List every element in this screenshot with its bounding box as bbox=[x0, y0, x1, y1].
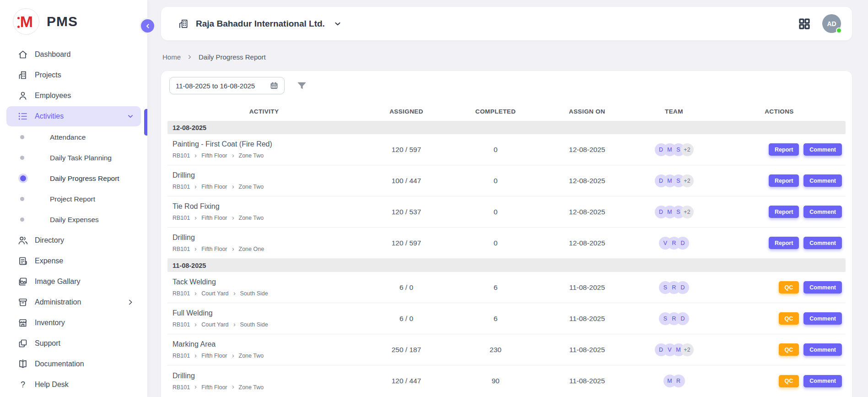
team-overflow-badge: +2 bbox=[681, 206, 694, 218]
chevron-right-icon bbox=[194, 185, 198, 189]
active-route-indicator bbox=[144, 109, 147, 136]
location-segment: RB101 bbox=[173, 152, 190, 159]
date-range-value: 11-08-2025 to 16-08-2025 bbox=[176, 82, 255, 90]
sidebar-item-label: Expense bbox=[35, 257, 63, 265]
comment-button[interactable]: Comment bbox=[803, 281, 842, 294]
sidebar-item-dashboard[interactable]: Dashboard bbox=[6, 44, 141, 65]
sidebar-item-inventory[interactable]: Inventory bbox=[6, 313, 141, 333]
actions-cell: ReportComment bbox=[713, 237, 846, 249]
completed-value: 230 bbox=[452, 346, 539, 354]
location-segment: Court Yard bbox=[201, 321, 228, 328]
receipt-icon bbox=[17, 256, 28, 266]
sidebar: M PMS DashboardProjectsEmployeesActiviti… bbox=[0, 0, 147, 397]
location-segment: RB101 bbox=[173, 321, 190, 328]
sidebar-subitem-attendance[interactable]: Attendance bbox=[0, 127, 147, 147]
qc-button[interactable]: QC bbox=[779, 375, 799, 387]
actions-cell: QCComment bbox=[713, 312, 846, 325]
sidebar-item-activities[interactable]: Activities bbox=[6, 106, 141, 126]
location-segment: Court Yard bbox=[201, 290, 228, 297]
assign-on-value: 12-08-2025 bbox=[539, 146, 635, 154]
sidebar-item-label: Documentation bbox=[35, 360, 84, 368]
report-button[interactable]: Report bbox=[769, 174, 799, 187]
comment-button[interactable]: Comment bbox=[803, 206, 842, 218]
table-header-row: ACTIVITY ASSIGNED COMPLETED ASSIGN ON TE… bbox=[167, 102, 846, 121]
comment-button[interactable]: Comment bbox=[803, 375, 842, 387]
sidebar-item-projects[interactable]: Projects bbox=[6, 65, 141, 85]
sidebar-item-label: Support bbox=[35, 339, 60, 348]
sidebar-subitem-project-report[interactable]: Project Report bbox=[0, 189, 147, 209]
sidebar-item-support[interactable]: Support bbox=[6, 333, 141, 353]
qc-button[interactable]: QC bbox=[779, 343, 799, 356]
sidebar-item-label: Image Gallary bbox=[35, 277, 81, 286]
filter-funnel-icon[interactable] bbox=[297, 81, 307, 91]
sidebar-item-employees[interactable]: Employees bbox=[6, 86, 141, 106]
report-card: 11-08-2025 to 16-08-2025 ACTIVITY ASSIGN… bbox=[161, 71, 852, 397]
comment-button[interactable]: Comment bbox=[803, 174, 842, 187]
table-row: Marking Area RB101Fifth FloorZone Two 25… bbox=[167, 334, 846, 365]
location-segment: RB101 bbox=[173, 384, 190, 391]
location-segment: Fifth Floor bbox=[201, 184, 227, 190]
comment-button[interactable]: Comment bbox=[803, 237, 842, 249]
activity-title: Drilling bbox=[173, 372, 361, 380]
apps-grid-icon[interactable] bbox=[798, 17, 811, 31]
chevron-left-icon bbox=[144, 22, 151, 30]
report-button[interactable]: Report bbox=[769, 237, 799, 249]
sidebar-item-directory[interactable]: Directory bbox=[6, 230, 141, 250]
column-header-activity: ACTIVITY bbox=[167, 108, 361, 115]
sidebar-item-administration[interactable]: Administration bbox=[6, 292, 141, 312]
sidebar-subitem-daily-expenses[interactable]: Daily Expenses bbox=[0, 209, 147, 230]
report-button[interactable]: Report bbox=[769, 206, 799, 218]
chevron-right-icon bbox=[231, 354, 235, 358]
date-range-input[interactable]: 11-08-2025 to 16-08-2025 bbox=[169, 77, 285, 94]
sidebar-item-expense[interactable]: Expense bbox=[6, 251, 141, 271]
people-icon bbox=[17, 235, 28, 246]
chevron-right-icon bbox=[231, 247, 235, 251]
sidebar-submenu: AttendanceDaily Task PlanningDaily Progr… bbox=[0, 127, 147, 230]
sidebar-subitem-daily-task-planning[interactable]: Daily Task Planning bbox=[0, 147, 147, 168]
chevron-right-icon bbox=[232, 292, 237, 296]
team-cell: DMS+2 bbox=[635, 206, 713, 218]
team-cell: SRD bbox=[635, 281, 713, 294]
chevron-right-icon bbox=[231, 185, 235, 189]
qc-button[interactable]: QC bbox=[779, 312, 799, 325]
date-group-header: 11-08-2025 bbox=[167, 259, 846, 272]
location-segment: Fifth Floor bbox=[201, 246, 227, 252]
sidebar-subitem-label: Daily Progress Report bbox=[50, 174, 119, 183]
activity-cell: Tie Rod Fixing RB101Fifth FloorZone Two bbox=[167, 202, 361, 221]
copy-icon bbox=[17, 338, 28, 349]
team-member-avatar: D bbox=[676, 281, 689, 294]
comment-button[interactable]: Comment bbox=[803, 312, 842, 325]
comment-button[interactable]: Comment bbox=[803, 143, 842, 156]
sidebar-item-help-desk[interactable]: ?Help Desk bbox=[6, 375, 141, 395]
sidebar-item-image-gallary[interactable]: Image Gallary bbox=[6, 272, 141, 292]
app-title: PMS bbox=[47, 14, 78, 29]
column-header-completed: COMPLETED bbox=[452, 108, 539, 115]
comment-button[interactable]: Comment bbox=[803, 343, 842, 356]
sidebar-item-documentation[interactable]: Documentation bbox=[6, 354, 141, 374]
location-segment: RB101 bbox=[173, 246, 190, 252]
avatar-initials: AD bbox=[827, 20, 836, 27]
activity-title: Tie Rod Fixing bbox=[173, 202, 361, 211]
user-avatar[interactable]: AD bbox=[822, 14, 841, 33]
screen: M PMS DashboardProjectsEmployeesActiviti… bbox=[0, 0, 868, 397]
chevron-right-icon bbox=[126, 298, 135, 306]
column-header-actions: ACTIONS bbox=[713, 108, 846, 115]
breadcrumb-home[interactable]: Home bbox=[162, 53, 181, 61]
assigned-value: 100 / 447 bbox=[361, 177, 452, 185]
activity-cell: Painting - First Coat (Fire Red) RB101Fi… bbox=[167, 140, 361, 159]
assigned-value: 250 / 187 bbox=[361, 346, 452, 354]
report-button[interactable]: Report bbox=[769, 143, 799, 156]
qc-button[interactable]: QC bbox=[779, 281, 799, 294]
sidebar-subitem-daily-progress-report[interactable]: Daily Progress Report bbox=[0, 168, 147, 189]
sidebar-collapse-button[interactable] bbox=[140, 18, 156, 34]
chevron-down-icon bbox=[126, 112, 135, 120]
activity-cell: Marking Area RB101Fifth FloorZone Two bbox=[167, 340, 361, 359]
location-segment: Zone Two bbox=[239, 152, 264, 159]
activity-location-path: RB101Fifth FloorZone Two bbox=[173, 384, 361, 391]
chevron-right-icon bbox=[194, 292, 198, 296]
activity-location-path: RB101Fifth FloorZone One bbox=[173, 246, 361, 252]
company-selector[interactable]: Raja Bahadur International Ltd. bbox=[178, 18, 342, 30]
chevron-right-icon bbox=[232, 323, 237, 327]
activity-location-path: RB101Court YardSouth Side bbox=[173, 321, 361, 328]
actions-cell: QCComment bbox=[713, 375, 846, 387]
